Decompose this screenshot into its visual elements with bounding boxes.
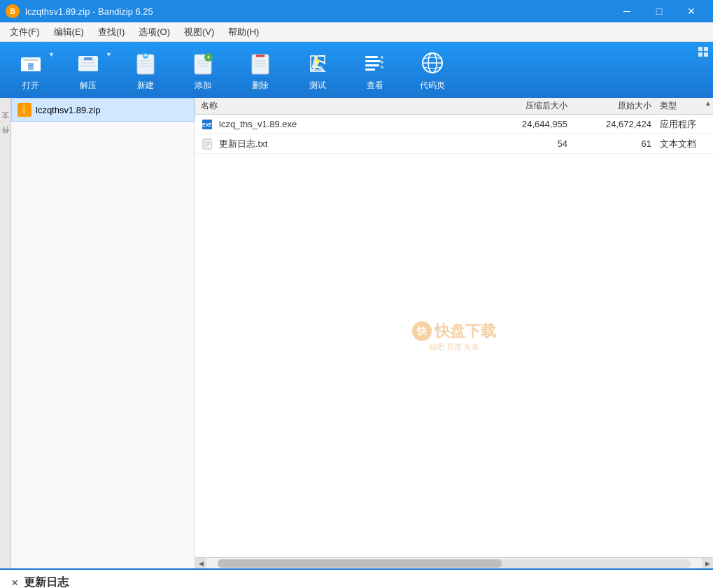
svg-rect-39 <box>704 47 708 51</box>
watermark: 快 快盘下载 贴吧 百度 头条 <box>412 320 496 352</box>
toolbar-add-label: 添加 <box>195 80 211 92</box>
svg-point-32 <box>381 56 383 59</box>
svg-rect-41 <box>704 52 708 57</box>
txt-icon <box>201 138 213 150</box>
file-original-txt: 61 <box>573 138 657 149</box>
test-icon <box>304 49 332 77</box>
svg-rect-30 <box>365 64 379 66</box>
left-panel: lczqthsv1.89.zip <box>11 98 195 568</box>
svg-rect-31 <box>365 69 375 71</box>
toolbar-open-button[interactable]: → 打开 ▼ <box>3 44 59 96</box>
toolbar-new-label: 新建 <box>137 80 154 92</box>
toolbar-extract-label: 解压 <box>80 80 97 92</box>
svg-rect-38 <box>698 47 703 51</box>
watermark-text: 快盘下载 <box>435 320 496 341</box>
watermark-logo: 快 <box>412 321 432 340</box>
svg-rect-23 <box>252 55 269 74</box>
delete-icon <box>246 49 274 77</box>
svg-point-34 <box>381 66 383 69</box>
view-icon <box>361 49 389 77</box>
collapse-button[interactable]: ▲ <box>705 99 712 107</box>
scrollbar-thumb[interactable] <box>218 559 502 568</box>
preview-panel: ✕ 更新日志 1、修复了部分bug 2、修改了部分资讯站点列表 <box>0 568 713 588</box>
scroll-left-arrow[interactable]: ◀ <box>195 558 206 569</box>
svg-rect-44 <box>23 107 24 108</box>
add-icon: + <box>189 49 217 77</box>
preview-close-button[interactable]: ✕ <box>11 578 18 588</box>
file-compressed-exe: 24,644,955 <box>489 119 573 129</box>
menu-edit[interactable]: 编辑(E) <box>47 23 91 41</box>
menu-file[interactable]: 文件(F) <box>3 23 47 41</box>
svg-rect-28 <box>365 56 378 58</box>
menu-bar: 文件(F) 编辑(E) 查找(I) 选项(O) 视图(V) 帮助(H) <box>0 22 713 42</box>
left-strip: 文 件 <box>0 98 11 568</box>
scrollbar-track[interactable] <box>218 559 691 568</box>
toolbar-view-button[interactable]: 查看 <box>347 44 403 96</box>
preview-title-text: 更新日志 <box>24 575 69 588</box>
file-list: 名称 压缩后大小 原始大小 类型 ▲ EXE lczq_ths_v1.89.ex… <box>195 98 713 568</box>
toolbar-delete-button[interactable]: 删除 <box>232 44 288 96</box>
svg-text:+: + <box>144 52 148 59</box>
svg-text:B: B <box>10 8 15 15</box>
svg-text:EXE: EXE <box>202 122 212 127</box>
svg-text:→: → <box>27 61 34 69</box>
file-compressed-txt: 54 <box>489 138 573 149</box>
toolbar-test-label: 测试 <box>309 80 326 92</box>
horizontal-scrollbar[interactable]: ◀ ▶ <box>195 557 713 568</box>
menu-options[interactable]: 选项(O) <box>132 23 177 41</box>
zip-icon <box>17 103 31 117</box>
col-header-compressed: 压缩后大小 <box>489 100 573 112</box>
maximize-button[interactable]: □ <box>643 0 675 22</box>
close-button[interactable]: ✕ <box>675 0 707 22</box>
menu-find[interactable]: 查找(I) <box>91 23 132 41</box>
file-type-txt: 文本文档 <box>657 138 713 150</box>
left-panel-item-label: lczqthsv1.89.zip <box>36 105 101 115</box>
toolbar-test-button[interactable]: 测试 <box>290 44 346 96</box>
toolbar-delete-label: 删除 <box>252 80 269 92</box>
watermark-sub: 贴吧 百度 头条 <box>429 341 479 352</box>
col-header-original: 原始大小 <box>573 100 657 112</box>
file-list-body: EXE lczq_ths_v1.89.exe 24,644,955 24,672… <box>195 115 713 557</box>
toolbar-view-label: 查看 <box>367 80 383 92</box>
file-type-exe: 应用程序 <box>657 118 713 131</box>
svg-rect-29 <box>365 60 381 62</box>
toolbar-extract-button[interactable]: 解压 ▼ <box>60 44 116 96</box>
preview-title: ✕ 更新日志 <box>11 575 702 588</box>
exe-icon: EXE <box>201 118 213 131</box>
extract-icon <box>74 49 102 77</box>
open-icon: → <box>17 49 45 77</box>
main-content: 文 件 lczqthsv1.89.zip 名称 压缩后大小 原始大小 <box>0 98 713 568</box>
toolbar: → 打开 ▼ 解压 ▼ + <box>0 42 713 98</box>
menu-view[interactable]: 视图(V) <box>177 23 221 41</box>
toolbar-open-label: 打开 <box>22 80 39 92</box>
new-icon: + <box>132 49 160 77</box>
open-dropdown-icon: ▼ <box>48 51 55 58</box>
svg-text:+: + <box>206 54 210 61</box>
menu-help[interactable]: 帮助(H) <box>221 23 266 41</box>
left-panel-item[interactable]: lczqthsv1.89.zip <box>11 98 195 122</box>
table-row[interactable]: 更新日志.txt 54 61 文本文档 <box>195 134 713 154</box>
codepage-icon <box>418 49 446 77</box>
minimize-button[interactable]: ─ <box>611 0 643 22</box>
window-controls: ─ □ ✕ <box>611 0 707 22</box>
svg-rect-45 <box>23 110 24 111</box>
app-icon: B <box>6 4 20 18</box>
scroll-right-arrow[interactable]: ▶ <box>702 558 713 569</box>
window-title: lczqthsv1.89.zip - Bandizip 6.25 <box>25 6 153 17</box>
svg-rect-40 <box>698 52 703 57</box>
file-name-exe: EXE lczq_ths_v1.89.exe <box>195 118 489 131</box>
title-bar-left: B lczqthsv1.89.zip - Bandizip 6.25 <box>6 4 153 18</box>
toolbar-new-button[interactable]: + 新建 <box>118 44 174 96</box>
file-name-txt: 更新日志.txt <box>195 138 489 150</box>
toolbar-codepage-label: 代码页 <box>420 80 445 92</box>
toolbar-codepage-button[interactable]: 代码页 <box>404 44 460 96</box>
toolbar-grid-icon[interactable] <box>695 43 712 60</box>
table-row[interactable]: EXE lczq_ths_v1.89.exe 24,644,955 24,672… <box>195 115 713 134</box>
title-bar: B lczqthsv1.89.zip - Bandizip 6.25 ─ □ ✕ <box>0 0 713 22</box>
svg-point-33 <box>381 61 383 64</box>
col-header-name: 名称 <box>195 100 489 112</box>
file-original-exe: 24,672,424 <box>573 119 657 129</box>
extract-dropdown-icon: ▼ <box>106 51 112 58</box>
toolbar-add-button[interactable]: + 添加 <box>175 44 231 96</box>
file-list-header: 名称 压缩后大小 原始大小 类型 ▲ <box>195 98 713 115</box>
